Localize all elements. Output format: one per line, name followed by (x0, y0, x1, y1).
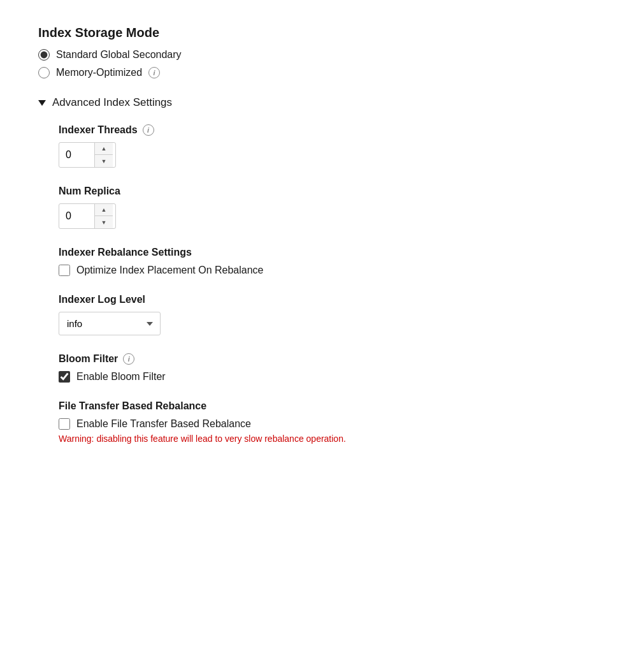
index-storage-mode-title: Index Storage Mode (38, 26, 580, 40)
num-replica-input[interactable] (59, 205, 94, 227)
num-replica-increment[interactable]: ▲ (95, 204, 113, 216)
num-replica-decrement[interactable]: ▼ (95, 216, 113, 228)
rebalance-title-text: Indexer Rebalance Settings (59, 247, 192, 258)
bloom-filter-checkbox-label[interactable]: Enable Bloom Filter (59, 371, 580, 383)
num-replica-field: Num Replica ▲ ▼ (59, 186, 580, 229)
file-transfer-title-text: File Transfer Based Rebalance (59, 400, 206, 412)
toggle-triangle-icon (38, 100, 46, 106)
bloom-filter-label: Enable Bloom Filter (76, 371, 166, 383)
advanced-settings-content: Indexer Threads i ▲ ▼ Num Replica (38, 124, 580, 444)
file-transfer-checkbox[interactable] (59, 418, 70, 430)
rebalance-settings-title: Indexer Rebalance Settings (59, 247, 580, 258)
advanced-toggle-label: Advanced Index Settings (52, 96, 172, 109)
memory-info-icon: i (148, 67, 160, 78)
indexer-threads-field: Indexer Threads i ▲ ▼ (59, 124, 580, 168)
bloom-filter-info-icon: i (123, 353, 134, 365)
optimize-placement-checkbox-label[interactable]: Optimize Index Placement On Rebalance (59, 265, 580, 276)
indexer-threads-input[interactable] (59, 144, 94, 166)
advanced-toggle[interactable]: Advanced Index Settings (38, 96, 580, 109)
bloom-filter-checkbox[interactable] (59, 371, 70, 383)
optimize-placement-checkbox[interactable] (59, 265, 70, 276)
log-level-select[interactable]: silent fatal error warn info verbose tim… (59, 312, 161, 335)
file-transfer-title: File Transfer Based Rebalance (59, 400, 580, 412)
num-replica-input-row: ▲ ▼ (59, 203, 580, 229)
index-storage-mode-section: Index Storage Mode Standard Global Secon… (38, 26, 580, 78)
indexer-threads-input-row: ▲ ▼ (59, 142, 580, 168)
bloom-filter-group: Bloom Filter i Enable Bloom Filter (59, 353, 580, 383)
num-replica-label: Num Replica (59, 186, 580, 197)
indexer-threads-increment[interactable]: ▲ (95, 143, 113, 155)
rebalance-settings-group: Indexer Rebalance Settings Optimize Inde… (59, 247, 580, 276)
indexer-threads-label: Indexer Threads i (59, 124, 580, 136)
file-transfer-checkbox-label[interactable]: Enable File Transfer Based Rebalance (59, 418, 580, 430)
radio-standard[interactable]: Standard Global Secondary (38, 49, 580, 61)
advanced-index-settings-section: Advanced Index Settings Indexer Threads … (38, 96, 580, 444)
num-replica-label-text: Num Replica (59, 186, 120, 197)
storage-mode-radio-group: Standard Global Secondary Memory-Optimiz… (38, 49, 580, 78)
file-transfer-group: File Transfer Based Rebalance Enable Fil… (59, 400, 580, 444)
num-replica-spinner: ▲ ▼ (94, 204, 113, 228)
radio-memory-input[interactable] (38, 67, 50, 78)
num-replica-input-wrapper: ▲ ▼ (59, 203, 116, 229)
log-level-label: Indexer Log Level (59, 294, 580, 305)
radio-memory-label: Memory-Optimized (56, 67, 142, 78)
log-level-field: Indexer Log Level silent fatal error war… (59, 294, 580, 335)
indexer-threads-decrement[interactable]: ▼ (95, 155, 113, 167)
optimize-placement-label: Optimize Index Placement On Rebalance (76, 265, 263, 276)
log-level-select-wrapper: silent fatal error warn info verbose tim… (59, 312, 161, 335)
log-level-label-text: Indexer Log Level (59, 294, 145, 305)
radio-standard-label: Standard Global Secondary (56, 49, 182, 61)
indexer-threads-input-wrapper: ▲ ▼ (59, 142, 116, 168)
indexer-threads-info-icon: i (143, 124, 154, 136)
file-transfer-warning: Warning: disabling this feature will lea… (59, 434, 580, 444)
radio-standard-input[interactable] (38, 49, 50, 61)
indexer-threads-spinner: ▲ ▼ (94, 143, 113, 167)
radio-memory[interactable]: Memory-Optimized i (38, 67, 580, 78)
bloom-filter-title: Bloom Filter i (59, 353, 580, 365)
file-transfer-label: Enable File Transfer Based Rebalance (76, 418, 251, 430)
indexer-threads-label-text: Indexer Threads (59, 124, 138, 136)
bloom-filter-title-text: Bloom Filter (59, 353, 118, 365)
